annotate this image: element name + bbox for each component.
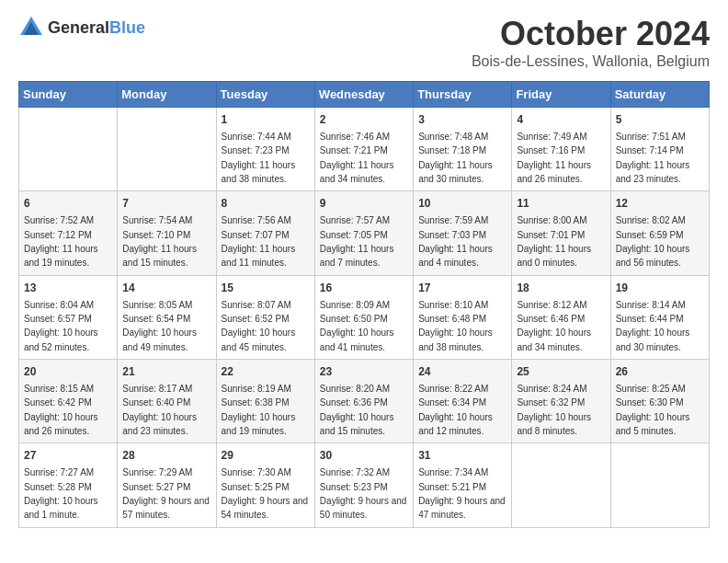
day-number: 29: [222, 448, 310, 464]
day-info: Sunrise: 7:56 AM Sunset: 7:07 PM Dayligh…: [222, 215, 296, 268]
header: GeneralBlue October 2024 Bois-de-Lessine…: [18, 15, 710, 70]
day-info: Sunrise: 7:44 AM Sunset: 7:23 PM Dayligh…: [222, 132, 296, 184]
calendar-table: SundayMondayTuesdayWednesdayThursdayFrid…: [18, 81, 710, 528]
day-cell: 4Sunrise: 7:49 AM Sunset: 7:16 PM Daylig…: [512, 108, 610, 191]
day-cell: 10Sunrise: 7:59 AM Sunset: 7:03 PM Dayli…: [414, 191, 512, 275]
day-cell: 28Sunrise: 7:29 AM Sunset: 5:27 PM Dayli…: [118, 443, 216, 527]
day-number: 13: [24, 281, 112, 296]
day-cell: 9Sunrise: 7:57 AM Sunset: 7:05 PM Daylig…: [314, 191, 413, 275]
day-info: Sunrise: 8:05 AM Sunset: 6:54 PM Dayligh…: [122, 300, 197, 352]
day-info: Sunrise: 8:14 AM Sunset: 6:44 PM Dayligh…: [616, 300, 690, 352]
day-info: Sunrise: 7:57 AM Sunset: 7:05 PM Dayligh…: [320, 215, 394, 268]
day-info: Sunrise: 7:32 AM Sunset: 5:23 PM Dayligh…: [320, 467, 407, 520]
weekday-header-wednesday: Wednesday: [314, 82, 413, 108]
day-number: 22: [222, 364, 310, 380]
day-number: 4: [517, 112, 605, 128]
day-number: 15: [222, 281, 310, 296]
day-info: Sunrise: 7:30 AM Sunset: 5:25 PM Dayligh…: [222, 467, 309, 520]
day-info: Sunrise: 8:02 AM Sunset: 6:59 PM Dayligh…: [616, 215, 690, 268]
day-info: Sunrise: 7:54 AM Sunset: 7:10 PM Dayligh…: [122, 215, 197, 268]
weekday-header-tuesday: Tuesday: [216, 82, 314, 108]
day-cell: 12Sunrise: 8:02 AM Sunset: 6:59 PM Dayli…: [610, 191, 709, 275]
day-number: 28: [122, 448, 210, 464]
day-cell: 23Sunrise: 8:20 AM Sunset: 6:36 PM Dayli…: [314, 360, 413, 443]
day-cell: 17Sunrise: 8:10 AM Sunset: 6:48 PM Dayli…: [414, 275, 512, 359]
weekday-header-monday: Monday: [118, 82, 216, 108]
week-row-4: 20Sunrise: 8:15 AM Sunset: 6:42 PM Dayli…: [19, 360, 710, 443]
day-number: 11: [517, 196, 605, 212]
day-info: Sunrise: 8:04 AM Sunset: 6:57 PM Dayligh…: [24, 300, 98, 352]
day-cell: 18Sunrise: 8:12 AM Sunset: 6:46 PM Dayli…: [512, 275, 610, 359]
day-cell: 29Sunrise: 7:30 AM Sunset: 5:25 PM Dayli…: [216, 443, 314, 527]
day-number: 8: [222, 196, 310, 212]
day-info: Sunrise: 8:19 AM Sunset: 6:38 PM Dayligh…: [222, 384, 296, 436]
day-info: Sunrise: 8:25 AM Sunset: 6:30 PM Dayligh…: [616, 384, 690, 436]
day-cell: 22Sunrise: 8:19 AM Sunset: 6:38 PM Dayli…: [216, 360, 314, 443]
day-number: 26: [616, 364, 704, 380]
day-cell: 11Sunrise: 8:00 AM Sunset: 7:01 PM Dayli…: [512, 191, 610, 275]
day-cell: 21Sunrise: 8:17 AM Sunset: 6:40 PM Dayli…: [118, 360, 216, 443]
day-cell: [610, 443, 709, 527]
day-cell: 25Sunrise: 8:24 AM Sunset: 6:32 PM Dayli…: [512, 360, 610, 443]
day-cell: 16Sunrise: 8:09 AM Sunset: 6:50 PM Dayli…: [314, 275, 413, 359]
day-number: 31: [418, 448, 506, 464]
day-number: 3: [418, 112, 506, 128]
day-cell: 14Sunrise: 8:05 AM Sunset: 6:54 PM Dayli…: [118, 275, 216, 359]
day-cell: [512, 443, 610, 527]
day-info: Sunrise: 7:46 AM Sunset: 7:21 PM Dayligh…: [320, 132, 394, 184]
day-number: 14: [122, 281, 210, 296]
title-area: October 2024 Bois-de-Lessines, Wallonia,…: [472, 15, 710, 70]
day-number: 20: [24, 364, 112, 380]
day-number: 21: [122, 364, 210, 380]
weekday-header-row: SundayMondayTuesdayWednesdayThursdayFrid…: [19, 82, 710, 108]
day-cell: 26Sunrise: 8:25 AM Sunset: 6:30 PM Dayli…: [610, 360, 709, 443]
day-number: 19: [616, 281, 704, 296]
day-cell: 3Sunrise: 7:48 AM Sunset: 7:18 PM Daylig…: [414, 108, 512, 191]
day-cell: 7Sunrise: 7:54 AM Sunset: 7:10 PM Daylig…: [118, 191, 216, 275]
day-info: Sunrise: 8:15 AM Sunset: 6:42 PM Dayligh…: [24, 384, 98, 436]
day-info: Sunrise: 8:07 AM Sunset: 6:52 PM Dayligh…: [222, 300, 296, 352]
day-number: 25: [517, 364, 605, 380]
day-cell: [19, 108, 118, 191]
day-info: Sunrise: 7:51 AM Sunset: 7:14 PM Dayligh…: [616, 132, 690, 184]
day-cell: 13Sunrise: 8:04 AM Sunset: 6:57 PM Dayli…: [19, 275, 118, 359]
day-number: 23: [320, 364, 408, 380]
day-info: Sunrise: 8:24 AM Sunset: 6:32 PM Dayligh…: [517, 384, 591, 436]
day-info: Sunrise: 7:59 AM Sunset: 7:03 PM Dayligh…: [418, 215, 493, 268]
day-number: 7: [122, 196, 210, 212]
weekday-header-friday: Friday: [512, 82, 610, 108]
weekday-header-sunday: Sunday: [19, 82, 118, 108]
day-cell: 27Sunrise: 7:27 AM Sunset: 5:28 PM Dayli…: [19, 443, 118, 527]
day-info: Sunrise: 7:48 AM Sunset: 7:18 PM Dayligh…: [418, 132, 493, 184]
day-number: 30: [320, 448, 408, 464]
day-number: 5: [616, 112, 704, 128]
day-info: Sunrise: 8:12 AM Sunset: 6:46 PM Dayligh…: [517, 300, 591, 352]
day-info: Sunrise: 7:52 AM Sunset: 7:12 PM Dayligh…: [24, 215, 98, 268]
day-info: Sunrise: 7:27 AM Sunset: 5:28 PM Dayligh…: [24, 467, 98, 520]
day-info: Sunrise: 7:49 AM Sunset: 7:16 PM Dayligh…: [517, 132, 591, 184]
day-cell: 30Sunrise: 7:32 AM Sunset: 5:23 PM Dayli…: [314, 443, 413, 527]
logo-icon: [18, 15, 44, 40]
logo: GeneralBlue: [18, 15, 145, 40]
day-cell: 1Sunrise: 7:44 AM Sunset: 7:23 PM Daylig…: [216, 108, 314, 191]
day-number: 1: [222, 112, 310, 128]
day-number: 27: [24, 448, 112, 464]
week-row-1: 1Sunrise: 7:44 AM Sunset: 7:23 PM Daylig…: [19, 108, 710, 191]
day-info: Sunrise: 8:09 AM Sunset: 6:50 PM Dayligh…: [320, 300, 394, 352]
day-cell: 24Sunrise: 8:22 AM Sunset: 6:34 PM Dayli…: [414, 360, 512, 443]
day-number: 9: [320, 196, 408, 212]
day-cell: 6Sunrise: 7:52 AM Sunset: 7:12 PM Daylig…: [19, 191, 118, 275]
day-cell: 2Sunrise: 7:46 AM Sunset: 7:21 PM Daylig…: [314, 108, 413, 191]
day-number: 24: [418, 364, 506, 380]
day-number: 6: [24, 196, 112, 212]
day-info: Sunrise: 8:17 AM Sunset: 6:40 PM Dayligh…: [122, 384, 197, 436]
day-number: 2: [320, 112, 408, 128]
day-number: 10: [418, 196, 506, 212]
day-cell: 19Sunrise: 8:14 AM Sunset: 6:44 PM Dayli…: [610, 275, 709, 359]
day-number: 18: [517, 281, 605, 296]
day-info: Sunrise: 8:10 AM Sunset: 6:48 PM Dayligh…: [418, 300, 493, 352]
month-title: October 2024: [472, 15, 710, 53]
day-cell: 15Sunrise: 8:07 AM Sunset: 6:52 PM Dayli…: [216, 275, 314, 359]
weekday-header-saturday: Saturday: [610, 82, 709, 108]
day-cell: 31Sunrise: 7:34 AM Sunset: 5:21 PM Dayli…: [414, 443, 512, 527]
